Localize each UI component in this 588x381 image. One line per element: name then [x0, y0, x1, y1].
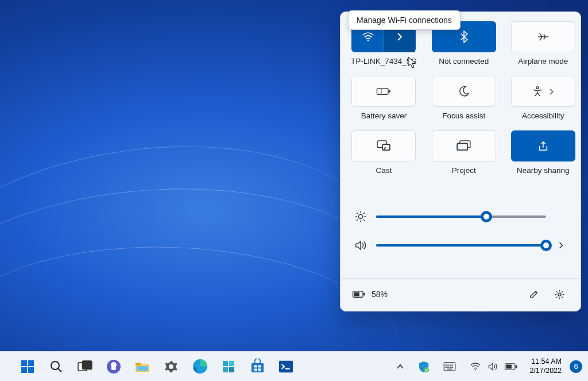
quick-settings-panel: TP-LINK_7434_5G Not connected Airplane m…	[340, 11, 581, 311]
terminal-button[interactable]	[273, 354, 299, 379]
svg-rect-28	[223, 361, 228, 366]
bluetooth-icon	[460, 30, 468, 43]
volume-output-button[interactable]	[555, 241, 567, 249]
svg-point-41	[448, 364, 448, 365]
battery-saver-button[interactable]	[351, 76, 416, 107]
wifi-label: TP-LINK_7434_5G	[351, 57, 417, 66]
focus-assist-button[interactable]	[432, 76, 496, 107]
network-volume-battery-tray[interactable]	[464, 359, 524, 374]
edit-quick-settings-button[interactable]	[524, 284, 544, 304]
mouse-cursor	[408, 56, 418, 69]
svg-point-49	[475, 369, 476, 370]
accessibility-icon	[532, 86, 543, 97]
svg-rect-24	[136, 363, 141, 365]
svg-rect-23	[111, 367, 116, 370]
tile-accessibility: Accessibility	[511, 76, 575, 120]
clock-date: 2/17/2022	[529, 367, 562, 376]
svg-rect-52	[506, 364, 512, 368]
accessibility-label: Accessibility	[522, 111, 564, 120]
svg-rect-30	[223, 367, 228, 372]
volume-slider-row	[354, 239, 567, 252]
svg-point-19	[51, 361, 59, 370]
brightness-slider[interactable]	[376, 215, 546, 218]
svg-point-0	[367, 40, 369, 41]
open-settings-button[interactable]	[550, 284, 569, 304]
svg-point-43	[452, 364, 452, 365]
airplane-button[interactable]	[511, 21, 575, 52]
sliders-section	[354, 200, 567, 268]
svg-point-46	[450, 367, 451, 367]
svg-rect-16	[28, 360, 34, 366]
battery-saver-icon	[376, 87, 391, 96]
windows-security-tray-icon[interactable]	[412, 358, 435, 375]
svg-rect-5	[383, 144, 390, 150]
bluetooth-label: Not connected	[439, 57, 489, 66]
file-explorer-button[interactable]	[130, 354, 155, 379]
svg-rect-2	[389, 90, 390, 93]
project-icon	[457, 140, 471, 152]
taskbar-clock[interactable]: 11:54 AM 2/17/2022	[526, 357, 565, 375]
project-button[interactable]	[432, 130, 496, 161]
gear-icon	[554, 289, 565, 300]
volume-icon	[354, 239, 367, 252]
edge-button[interactable]	[187, 354, 212, 379]
wifi-tray-icon	[470, 362, 481, 371]
clock-time: 11:54 AM	[529, 357, 562, 367]
start-button[interactable]	[15, 354, 40, 379]
airplane-icon	[537, 31, 550, 43]
svg-rect-12	[363, 293, 365, 295]
search-button[interactable]	[44, 354, 69, 379]
svg-rect-8	[457, 143, 467, 150]
chevron-right-icon	[549, 88, 554, 95]
volume-slider[interactable]	[376, 244, 546, 247]
svg-rect-36	[258, 368, 261, 371]
battery-saver-label: Battery saver	[361, 111, 407, 120]
svg-rect-32	[251, 363, 263, 372]
cast-button[interactable]	[351, 130, 416, 161]
touch-keyboard-tray-icon[interactable]	[438, 360, 462, 374]
svg-rect-1	[377, 88, 389, 95]
quick-settings-footer: 58%	[341, 278, 581, 311]
tile-battery-saver: Battery saver	[351, 76, 417, 120]
tile-cast: Cast	[351, 130, 417, 175]
battery-tray-icon	[504, 363, 518, 371]
svg-rect-37	[279, 360, 293, 372]
app-button-1[interactable]	[216, 354, 241, 379]
taskbar: 11:54 AM 2/17/2022 6	[0, 351, 588, 381]
svg-point-10	[358, 214, 362, 218]
svg-point-45	[448, 367, 448, 367]
svg-rect-34	[258, 365, 261, 368]
svg-rect-21	[82, 360, 92, 369]
accessibility-button[interactable]	[511, 76, 575, 107]
task-view-button[interactable]	[72, 354, 98, 379]
share-icon	[537, 140, 549, 152]
svg-point-44	[446, 367, 447, 367]
cast-icon	[377, 140, 390, 152]
tile-nearby-sharing: Nearby sharing	[511, 130, 575, 175]
svg-rect-29	[229, 361, 234, 366]
battery-percent-text[interactable]: 58%	[372, 290, 388, 299]
chat-button[interactable]	[101, 354, 126, 379]
svg-rect-13	[354, 293, 359, 297]
svg-point-42	[450, 364, 451, 365]
airplane-label: Airplane mode	[518, 57, 568, 66]
settings-app-button[interactable]	[158, 354, 184, 379]
project-label: Project	[452, 166, 476, 175]
pencil-icon	[529, 289, 539, 299]
svg-point-47	[452, 367, 452, 367]
svg-rect-18	[28, 367, 34, 373]
taskbar-pinned-apps	[15, 354, 299, 379]
tile-focus-assist: Focus assist	[432, 76, 496, 120]
microsoft-store-button[interactable]	[245, 354, 270, 379]
cast-label: Cast	[376, 166, 392, 175]
svg-point-3	[536, 87, 539, 89]
nearby-sharing-label: Nearby sharing	[517, 166, 570, 175]
svg-point-26	[169, 364, 173, 369]
nearby-sharing-button[interactable]	[511, 130, 575, 161]
moon-icon	[458, 86, 470, 97]
volume-tray-icon	[487, 361, 498, 372]
svg-rect-15	[21, 360, 27, 366]
tray-overflow-button[interactable]	[390, 361, 410, 372]
notification-count-badge[interactable]: 6	[570, 360, 582, 373]
brightness-slider-row	[354, 210, 567, 223]
